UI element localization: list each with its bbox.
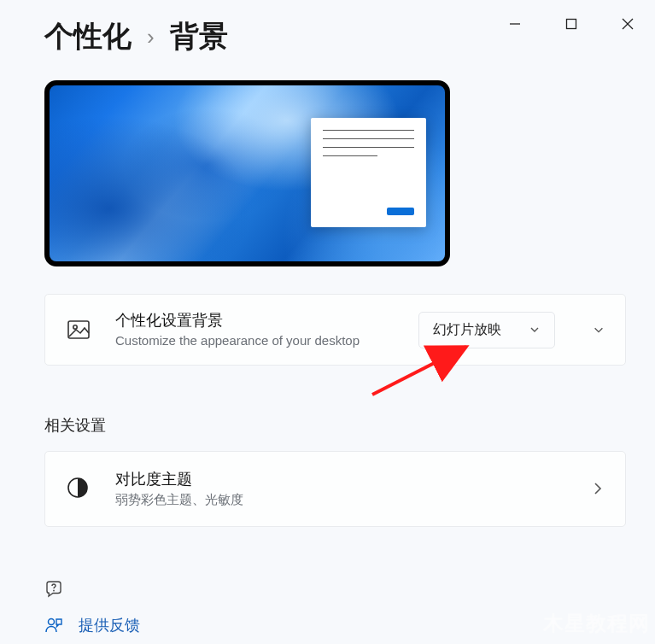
breadcrumb-separator-icon: › bbox=[147, 24, 155, 50]
svg-point-8 bbox=[53, 590, 55, 592]
breadcrumb-current: 背景 bbox=[170, 17, 228, 56]
contrast-icon bbox=[66, 476, 91, 501]
chevron-down-icon bbox=[529, 324, 541, 336]
contrast-title: 对比度主题 bbox=[115, 469, 567, 489]
help-icon bbox=[44, 580, 63, 599]
svg-point-5 bbox=[73, 325, 77, 329]
watermark: 木星教程网 bbox=[543, 610, 650, 637]
contrast-themes-card[interactable]: 对比度主题 弱势彩色主题、光敏度 bbox=[44, 451, 626, 526]
setting-title: 个性化设置背景 bbox=[115, 310, 395, 331]
svg-rect-1 bbox=[567, 20, 576, 29]
give-feedback-link[interactable]: 提供反馈 bbox=[44, 615, 140, 635]
get-help-link[interactable]: 获取帮助 bbox=[44, 579, 140, 600]
background-type-dropdown[interactable]: 幻灯片放映 bbox=[418, 312, 555, 348]
image-icon bbox=[66, 317, 91, 342]
contrast-description: 弱势彩色主题、光敏度 bbox=[115, 491, 567, 508]
setting-description: Customize the appearance of your desktop bbox=[115, 332, 395, 349]
close-button[interactable] bbox=[616, 12, 640, 36]
personalize-background-card[interactable]: 个性化设置背景 Customize the appearance of your… bbox=[44, 294, 626, 366]
maximize-button[interactable] bbox=[559, 12, 583, 36]
related-settings-heading: 相关设置 bbox=[44, 415, 626, 436]
feedback-label: 提供反馈 bbox=[79, 615, 140, 635]
minimize-button[interactable] bbox=[503, 12, 527, 36]
expand-chevron-icon[interactable] bbox=[593, 324, 605, 336]
preview-window-mock bbox=[311, 118, 426, 227]
chevron-right-icon bbox=[591, 482, 605, 495]
dropdown-selected: 幻灯片放映 bbox=[433, 321, 501, 339]
breadcrumb-parent[interactable]: 个性化 bbox=[44, 17, 132, 56]
desktop-preview bbox=[44, 80, 450, 266]
feedback-icon bbox=[44, 616, 63, 635]
svg-point-9 bbox=[49, 619, 55, 625]
